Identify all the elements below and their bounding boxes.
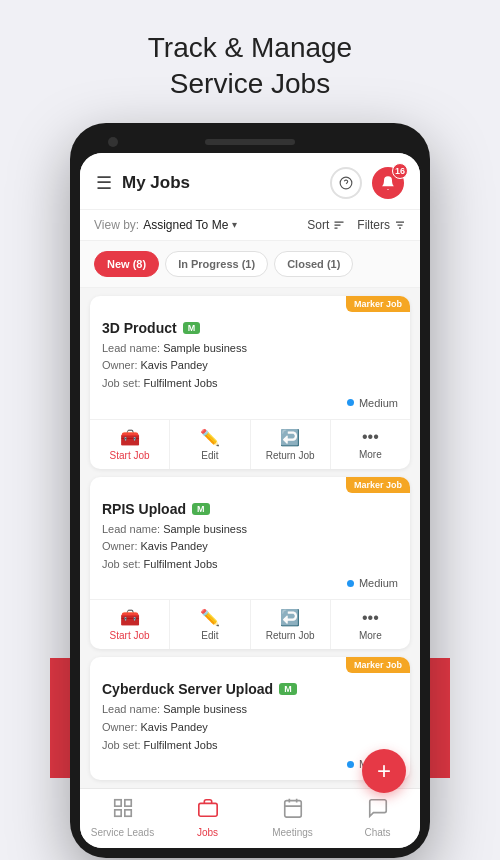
app-bar: ☰ My Jobs 16 [80, 153, 420, 210]
status-tabs: New (8) In Progress (1) Closed (1) [80, 241, 420, 288]
job-owner-3: Owner: Kavis Pandey [102, 719, 398, 737]
filters-button[interactable]: Filters [357, 218, 406, 232]
svg-rect-8 [114, 800, 120, 806]
job-name-row-3: Cyberduck Server Upload M [102, 681, 398, 697]
view-by-selector[interactable]: View by: Assigned To Me ▾ [94, 218, 237, 232]
m-badge-1: M [183, 322, 201, 334]
start-job-btn-2[interactable]: 🧰 Start Job [90, 600, 170, 649]
marker-badge-3: Marker Job [346, 657, 410, 673]
sort-filters-group: Sort Filters [307, 218, 406, 232]
sort-button[interactable]: Sort [307, 218, 345, 232]
job-card-header-1: Marker Job [90, 296, 410, 312]
job-actions-1: 🧰 Start Job ✏️ Edit ↩️ Return Job ••• [90, 419, 410, 469]
job-set-1: Job set: Fulfilment Jobs [102, 375, 398, 393]
view-by-label: View by: [94, 218, 139, 232]
job-name-3: Cyberduck Server Upload [102, 681, 273, 697]
filter-bar: View by: Assigned To Me ▾ Sort Fi [80, 210, 420, 241]
job-lead-1: Lead name: Sample business [102, 340, 398, 358]
nav-service-leads[interactable]: Service Leads [80, 795, 165, 840]
page-title-line2: Service Jobs [148, 66, 352, 102]
svg-rect-12 [198, 804, 216, 817]
svg-rect-10 [114, 810, 120, 816]
jobs-icon [197, 797, 219, 824]
job-card-body-2: RPIS Upload M Lead name: Sample business… [90, 493, 410, 600]
svg-rect-11 [124, 810, 130, 816]
svg-rect-13 [284, 801, 301, 818]
nav-chats-label: Chats [364, 827, 390, 838]
priority-label-1: Medium [359, 397, 398, 409]
more-btn-2[interactable]: ••• More [331, 600, 410, 649]
priority-label-2: Medium [359, 577, 398, 589]
phone-container: ☰ My Jobs 16 [70, 123, 430, 858]
edit-btn-1[interactable]: ✏️ Edit [170, 420, 250, 469]
return-job-btn-1[interactable]: ↩️ Return Job [251, 420, 331, 469]
job-meta-2: Lead name: Sample business Owner: Kavis … [102, 521, 398, 574]
return-job-btn-2[interactable]: ↩️ Return Job [251, 600, 331, 649]
sort-label: Sort [307, 218, 329, 232]
priority-dot-2 [347, 580, 354, 587]
notification-button[interactable]: 16 [372, 167, 404, 199]
phone-notch [80, 139, 420, 145]
filters-label: Filters [357, 218, 390, 232]
phone-screen: ☰ My Jobs 16 [80, 153, 420, 848]
edit-btn-2[interactable]: ✏️ Edit [170, 600, 250, 649]
job-name-row-2: RPIS Upload M [102, 501, 398, 517]
fab-add-button[interactable]: + [362, 749, 406, 793]
job-name-1: 3D Product [102, 320, 177, 336]
job-set-3: Job set: Fulfilment Jobs [102, 737, 398, 755]
m-badge-3: M [279, 683, 297, 695]
app-bar-title: My Jobs [122, 173, 190, 193]
nav-meetings[interactable]: Meetings [250, 795, 335, 840]
nav-jobs[interactable]: Jobs [165, 795, 250, 840]
view-by-value: Assigned To Me [143, 218, 228, 232]
notification-badge: 16 [392, 163, 408, 179]
nav-service-leads-label: Service Leads [91, 827, 154, 838]
job-lead-3: Lead name: Sample business [102, 701, 398, 719]
tab-new[interactable]: New (8) [94, 251, 159, 277]
app-bar-right: 16 [330, 167, 404, 199]
menu-icon[interactable]: ☰ [96, 172, 112, 194]
job-name-row-1: 3D Product M [102, 320, 398, 336]
more-icon-1: ••• [362, 428, 379, 446]
priority-dot-1 [347, 399, 354, 406]
job-card-2: Marker Job RPIS Upload M Lead name: Samp… [90, 477, 410, 650]
start-job-btn-1[interactable]: 🧰 Start Job [90, 420, 170, 469]
marker-badge-2: Marker Job [346, 477, 410, 493]
job-priority-row-2: Medium [102, 577, 398, 589]
help-button[interactable] [330, 167, 362, 199]
job-priority-row-1: Medium [102, 397, 398, 409]
page-header: Track & Manage Service Jobs [128, 0, 372, 123]
start-job-icon-1: 🧰 [120, 428, 140, 447]
job-priority-row-3: Medium [102, 758, 398, 770]
more-btn-1[interactable]: ••• More [331, 420, 410, 469]
m-badge-2: M [192, 503, 210, 515]
job-owner-1: Owner: Kavis Pandey [102, 357, 398, 375]
phone-speaker [205, 139, 295, 145]
chats-icon [367, 797, 389, 824]
job-meta-3: Lead name: Sample business Owner: Kavis … [102, 701, 398, 754]
edit-icon-1: ✏️ [200, 428, 220, 447]
nav-jobs-label: Jobs [197, 827, 218, 838]
tab-closed[interactable]: Closed (1) [274, 251, 353, 277]
nav-meetings-label: Meetings [272, 827, 313, 838]
app-bar-left: ☰ My Jobs [96, 172, 190, 194]
start-job-icon-2: 🧰 [120, 608, 140, 627]
nav-chats[interactable]: Chats [335, 795, 420, 840]
phone-wrapper: ☰ My Jobs 16 [70, 123, 430, 858]
bottom-nav: Service Leads Jobs [80, 788, 420, 848]
meetings-icon [282, 797, 304, 824]
job-list: Marker Job 3D Product M Lead name: Sampl… [80, 288, 420, 788]
marker-badge-1: Marker Job [346, 296, 410, 312]
return-job-icon-1: ↩️ [280, 428, 300, 447]
more-icon-2: ••• [362, 609, 379, 627]
tab-in-progress[interactable]: In Progress (1) [165, 251, 268, 277]
job-card-3: Marker Job Cyberduck Server Upload M Lea… [90, 657, 410, 780]
priority-dot-3 [347, 761, 354, 768]
service-leads-icon [112, 797, 134, 824]
page-title-line1: Track & Manage [148, 30, 352, 66]
svg-rect-9 [124, 800, 130, 806]
job-card-header-3: Marker Job [90, 657, 410, 673]
job-card: Marker Job 3D Product M Lead name: Sampl… [90, 296, 410, 469]
chevron-down-icon: ▾ [232, 219, 237, 230]
job-lead-2: Lead name: Sample business [102, 521, 398, 539]
